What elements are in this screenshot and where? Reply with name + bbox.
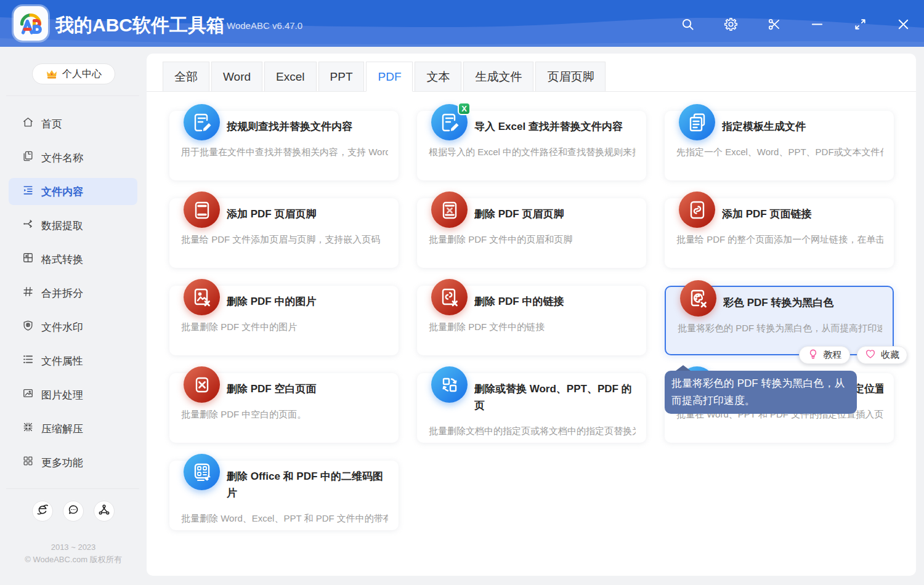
tool-card-description: 批量删除 PDF 中空白的页面。 [181, 408, 388, 421]
tool-card-title: 彩色 PDF 转换为黑白色 [723, 294, 885, 311]
doc-edit-icon: X [431, 104, 468, 140]
sidebar-item-label: 文件名称 [41, 151, 83, 165]
excel-badge-icon: X [458, 102, 471, 115]
copyright-years: 2013 ~ 2023 [0, 541, 147, 554]
share-icon [98, 504, 110, 518]
pill-label: 教程 [824, 349, 842, 361]
sidebar-item-compress[interactable]: 压缩解压 [9, 415, 137, 442]
tab-生成文件[interactable]: 生成文件 [463, 62, 533, 91]
tool-card-title: 添加 PDF 页眉页脚 [227, 206, 388, 222]
crown-icon [46, 68, 58, 79]
sidebar-item-merge-split[interactable]: 合并拆分 [9, 280, 137, 307]
copyright-owner: © WodeABC.com 版权所有 [0, 554, 147, 566]
format-convert-icon [22, 252, 34, 267]
tool-card[interactable]: 指定模板生成文件先指定一个 Excel、Word、PPT、PDF或文本文件作为模… [665, 111, 894, 180]
tooltip-arrow [676, 365, 691, 371]
tool-card-title: 删除 PDF 空白页面 [227, 381, 388, 397]
sidebar-item-watermark[interactable]: 文件水印 [9, 313, 137, 341]
tool-card-description: 批量给 PDF 的整个页面添加一个网址链接，在单击页面时打开 [676, 233, 883, 246]
image-delete-icon [184, 279, 220, 315]
tool-card-title: 删除 PDF 页眉页脚 [474, 206, 636, 222]
tool-card[interactable]: 删除 Office 和 PDF 中的二维码图片批量删除 Word、Excel、P… [169, 461, 399, 530]
merge-split-icon [22, 286, 34, 301]
sidebar-divider-social [6, 488, 139, 489]
tool-card-description: 批量删除文档中的指定页或将文档中的指定页替换为其它页 [429, 424, 636, 438]
tab-PDF[interactable]: PDF [366, 62, 413, 92]
maximize-button[interactable] [849, 13, 871, 35]
close-icon [896, 17, 910, 31]
tab-Word[interactable]: Word [211, 62, 262, 91]
sidebar-item-format-convert[interactable]: 格式转换 [9, 246, 137, 273]
sidebar-item-file-props[interactable]: 文件属性 [9, 347, 137, 374]
app-logo [14, 6, 48, 41]
home-icon [22, 116, 34, 131]
category-tabs: 全部WordExcelPPTPDF文本生成文件页眉页脚 [147, 62, 916, 92]
tool-card-title: 添加 PDF 页面链接 [722, 206, 883, 222]
sidebar-item-file-content[interactable]: 文件内容 [9, 178, 137, 205]
settings-icon [724, 17, 738, 31]
doc-edit-icon [184, 104, 220, 140]
personal-center-button[interactable]: 个人中心 [32, 63, 115, 84]
tab-文本[interactable]: 文本 [415, 62, 461, 91]
tool-card[interactable]: X导入 Excel 查找并替换文件内容根据导入的 Excel 中的文件路径和查找… [417, 111, 646, 180]
share-button[interactable] [94, 501, 115, 522]
tool-card[interactable]: 添加 PDF 页面链接批量给 PDF 的整个页面添加一个网址链接，在单击页面时打… [665, 198, 894, 268]
file-content-icon [22, 184, 34, 199]
chat-icon [67, 504, 79, 518]
tool-card-description: 批量删除 Word、Excel、PPT 和 PDF 文件中的带有二维码的图片 [181, 512, 388, 525]
chat-button[interactable] [63, 501, 84, 522]
tab-Excel[interactable]: Excel [264, 62, 316, 91]
personal-center-label: 个人中心 [62, 68, 102, 81]
close-button[interactable] [892, 13, 914, 35]
tab-PPT[interactable]: PPT [318, 62, 365, 91]
sidebar-item-label: 更多功能 [41, 456, 83, 470]
header-footer-icon [184, 192, 220, 228]
sidebar: 个人中心 首页文件名称文件内容数据提取格式转换合并拆分文件水印文件属性图片处理压… [0, 47, 147, 585]
tool-card[interactable]: 彩色 PDF 转换为黑白色批量将彩色的 PDF 转换为黑白色，从而提高打印速度。 [665, 286, 894, 355]
tool-card-title: 导入 Excel 查找并替换文件内容 [474, 118, 636, 135]
scissors-icon [767, 17, 781, 31]
sidebar-item-more[interactable]: 更多功能 [9, 449, 137, 476]
tool-card[interactable]: 删除 PDF 中的图片批量删除 PDF 文件中的图片 [169, 286, 399, 355]
app-version: WodeABC v6.47.0 [227, 20, 302, 31]
app-title: 我的ABC软件工具箱 [55, 13, 225, 38]
tool-card-title: 删除或替换 Word、PPT、PDF 的页 [474, 381, 636, 414]
content-panel: 全部WordExcelPPTPDF文本生成文件页眉页脚 按规则查找并替换文件内容… [147, 54, 916, 576]
tool-card-title: 删除 PDF 中的图片 [227, 293, 388, 310]
file-props-icon [22, 353, 34, 368]
minimize-button[interactable] [806, 13, 828, 35]
tool-card[interactable]: 删除 PDF 页眉页脚批量删除 PDF 文件中的页眉和页脚 [417, 198, 646, 268]
tab-全部[interactable]: 全部 [163, 62, 209, 91]
tool-card[interactable]: 添加 PDF 页眉页脚批量给 PDF 文件添加页眉与页脚，支持嵌入页码 [169, 198, 399, 268]
tool-card-title: 删除 Office 和 PDF 中的二维码图片 [227, 468, 388, 501]
ie-browser-button[interactable] [32, 501, 53, 522]
tool-card[interactable]: 按规则查找并替换文件内容用于批量在文件中查找并替换相关内容，支持 Word、Ex… [169, 111, 399, 180]
favorite-button[interactable]: 收藏 [857, 346, 907, 364]
swap-pages-icon [431, 366, 468, 403]
tool-card-description: 批量将彩色的 PDF 转换为黑白色，从而提高打印速度。 [678, 321, 882, 335]
scissors-button[interactable] [763, 13, 785, 35]
tool-card[interactable]: 删除 PDF 中的链接批量删除 PDF 文件中的链接 [417, 286, 646, 355]
page-link-icon [679, 192, 715, 228]
link-delete-icon [431, 279, 468, 315]
tutorial-button[interactable]: 教程 [799, 346, 850, 364]
sidebar-item-image-process[interactable]: 图片处理 [9, 381, 137, 408]
sidebar-item-file-name[interactable]: 文件名称 [9, 144, 137, 171]
sidebar-item-label: 文件水印 [41, 320, 83, 334]
settings-button[interactable] [719, 13, 742, 35]
palette-delete-icon [680, 280, 716, 317]
sidebar-item-label: 压缩解压 [41, 422, 83, 436]
tool-card-description: 批量给 PDF 文件添加页眉与页脚，支持嵌入页码 [181, 233, 388, 246]
heart-icon [865, 349, 876, 361]
tab-页眉页脚[interactable]: 页眉页脚 [535, 62, 606, 91]
tool-card[interactable]: 删除或替换 Word、PPT、PDF 的页批量删除文档中的指定页或将文档中的指定… [417, 373, 646, 443]
search-button[interactable] [676, 13, 699, 35]
template-docs-icon [679, 104, 715, 140]
sidebar-item-home[interactable]: 首页 [9, 110, 137, 137]
sidebar-item-label: 首页 [41, 117, 62, 131]
sidebar-social [32, 501, 115, 522]
watermark-icon [22, 320, 34, 334]
tool-card[interactable]: 删除 PDF 空白页面批量删除 PDF 中空白的页面。 [169, 373, 399, 443]
sidebar-item-data-extract[interactable]: 数据提取 [9, 212, 137, 239]
tool-card-description: 根据导入的 Excel 中的文件路径和查找替换规则来批量查找并替换文件内容 [429, 145, 636, 159]
